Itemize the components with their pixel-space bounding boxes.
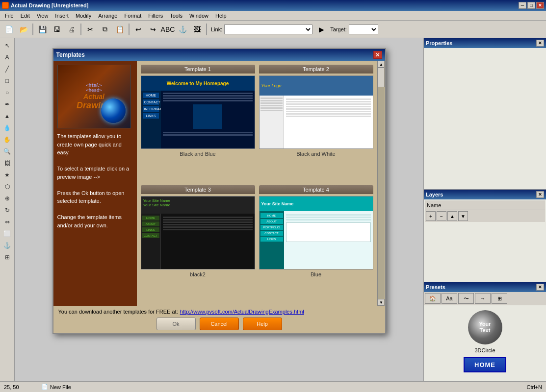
minimize-button[interactable]: ─ xyxy=(519,2,526,9)
star-tool[interactable]: ★ xyxy=(2,170,13,180)
open-button[interactable]: 📂 xyxy=(17,23,30,36)
print-button[interactable]: 🖨 xyxy=(65,23,78,36)
pen-tool[interactable]: ✒ xyxy=(2,99,13,110)
ok-button[interactable]: Ok xyxy=(156,318,196,330)
menu-file[interactable]: File xyxy=(2,12,17,20)
cancel-button[interactable]: Cancel xyxy=(200,318,239,330)
image-insert-tool[interactable]: 🖼 xyxy=(2,158,13,169)
circle-tool[interactable]: ○ xyxy=(2,87,13,98)
scroll-down-arrow[interactable]: ▼ xyxy=(378,299,385,306)
layers-add-btn[interactable]: + xyxy=(426,211,436,221)
download-line: You can download another templates for F… xyxy=(58,309,380,315)
template-1-item[interactable]: Template 1 Welcome to My Homepage HOME xyxy=(141,65,255,181)
spell-button[interactable]: ABC xyxy=(161,23,175,36)
preset-icon-wave[interactable]: 〜 xyxy=(458,293,474,304)
rotate-tool[interactable]: ↻ xyxy=(2,205,13,216)
paste-button[interactable]: 📋 xyxy=(113,23,127,36)
cut-button[interactable]: ✂ xyxy=(83,23,97,36)
fill-tool[interactable]: ▲ xyxy=(2,111,13,122)
canvas-area[interactable]: Templates ✕ <html> <head> Actual Drawing xyxy=(15,38,423,381)
title-bar-left: Actual Drawing [Unregistered] xyxy=(2,2,88,9)
template-2-item[interactable]: Template 2 Your Logo xyxy=(259,65,373,181)
preset-circle-label: 3DCircle xyxy=(474,347,495,353)
presets-title: Presets xyxy=(426,284,445,290)
flip-tool[interactable]: ⇔ xyxy=(2,217,13,227)
poly-tool[interactable]: ⬡ xyxy=(2,181,13,192)
link-label: Link: xyxy=(211,26,222,32)
preset-icon-home[interactable]: 🏠 xyxy=(425,293,441,304)
menu-help[interactable]: Help xyxy=(212,12,230,20)
close-button[interactable]: ✕ xyxy=(536,2,544,9)
eraser-tool[interactable]: ⬜ xyxy=(2,228,13,239)
copy-button[interactable]: ⧉ xyxy=(98,23,112,36)
zoom-tool[interactable]: 🔍 xyxy=(2,146,13,157)
menu-arrange[interactable]: Arrange xyxy=(95,12,120,20)
toolbox: ↖ A ╱ □ ○ ✒ ▲ 💧 ✋ 🔍 🖼 ★ ⬡ ⊕ ↻ ⇔ ⬜ ⚓ ⊞ xyxy=(0,38,15,381)
right-panel: Properties ✕ Layers ✕ Name + − ▲ ▼ xyxy=(423,38,546,381)
presets-icon-bar: 🏠 Aa 〜 → ⊞ xyxy=(424,292,546,305)
menu-format[interactable]: Format xyxy=(121,12,144,20)
presets-close-button[interactable]: ✕ xyxy=(536,284,544,291)
eyedrop-tool[interactable]: 💧 xyxy=(2,122,13,133)
template-3-label: black2 xyxy=(190,271,206,277)
dialog-footer: You can download another templates for F… xyxy=(53,306,385,333)
template-1-header: Template 1 xyxy=(141,65,255,74)
link-combo[interactable] xyxy=(224,24,312,34)
dialog-close-button[interactable]: ✕ xyxy=(373,51,382,59)
file-label: New File xyxy=(50,384,71,390)
preset-icon-text[interactable]: Aa xyxy=(442,293,457,304)
image-button[interactable]: 🖼 xyxy=(190,23,204,36)
save-button[interactable]: 💾 xyxy=(35,23,49,36)
scroll-track[interactable] xyxy=(378,68,385,299)
layers-close-button[interactable]: ✕ xyxy=(536,191,544,198)
menu-modify[interactable]: Modify xyxy=(73,12,94,20)
help-button[interactable]: Help xyxy=(243,318,282,330)
preset-home-button[interactable]: HOME xyxy=(464,357,506,372)
maximize-button[interactable]: □ xyxy=(527,2,535,9)
undo-button[interactable]: ↩ xyxy=(131,23,145,36)
target-combo[interactable] xyxy=(349,24,378,34)
status-bar: 25, 50 📄 New File Ctrl+N xyxy=(0,381,546,392)
download-link[interactable]: http://www.pvsoft.com/ActualDrawingExamp… xyxy=(180,309,304,315)
menu-view[interactable]: View xyxy=(34,12,52,20)
text-tool[interactable]: A xyxy=(2,52,13,63)
preset-icon-table[interactable]: ⊞ xyxy=(492,293,507,304)
template-1-label: Black and Blue xyxy=(180,151,215,157)
layers-icon-bar: + − ▲ ▼ xyxy=(425,210,545,222)
layers-up-btn[interactable]: ▲ xyxy=(447,211,457,221)
template-4-label: Blue xyxy=(311,271,321,277)
menu-insert[interactable]: Insert xyxy=(52,12,72,20)
menu-filters[interactable]: Filters xyxy=(145,12,166,20)
title-bar-controls: ─ □ ✕ xyxy=(519,2,544,9)
template-3-item[interactable]: Template 3 Your Site Name Your Site Name xyxy=(141,185,255,302)
logo-actual-text: Actual xyxy=(77,93,111,100)
anchor-button[interactable]: ⚓ xyxy=(176,23,189,36)
scrollbar[interactable]: ▲ ▼ xyxy=(377,61,385,306)
menu-window[interactable]: Window xyxy=(186,12,211,20)
template-4-item[interactable]: Template 4 Your Site Name xyxy=(259,185,373,302)
rect-tool[interactable]: □ xyxy=(2,75,13,86)
select-tool[interactable]: ↖ xyxy=(2,40,13,51)
layers-delete-btn[interactable]: − xyxy=(437,211,446,221)
link-go-button[interactable]: ▶ xyxy=(314,23,328,36)
toolbar-sep-4 xyxy=(206,24,207,35)
save-as-button[interactable]: 🖫 xyxy=(50,23,64,36)
dialog-title: Templates xyxy=(56,51,85,58)
layers-down-btn[interactable]: ▼ xyxy=(458,211,468,221)
logo-globe xyxy=(101,98,126,123)
new-button[interactable]: 📄 xyxy=(2,23,16,36)
preset-icon-arrow[interactable]: → xyxy=(475,293,491,304)
line-tool[interactable]: ╱ xyxy=(2,64,13,74)
menu-tools[interactable]: Tools xyxy=(167,12,185,20)
status-coords: 25, 50 xyxy=(4,384,33,390)
menu-edit[interactable]: Edit xyxy=(18,12,33,20)
tab-tool[interactable]: ⊞ xyxy=(2,252,13,263)
properties-close-button[interactable]: ✕ xyxy=(536,40,544,47)
anchor2-tool[interactable]: ⚓ xyxy=(2,240,13,251)
crop-tool[interactable]: ⊕ xyxy=(2,193,13,204)
hand-tool[interactable]: ✋ xyxy=(2,134,13,145)
preset-circle[interactable]: Your Text xyxy=(468,310,502,344)
redo-button[interactable]: ↪ xyxy=(146,23,160,36)
scroll-up-arrow[interactable]: ▲ xyxy=(378,61,385,68)
scroll-thumb[interactable] xyxy=(378,68,385,87)
